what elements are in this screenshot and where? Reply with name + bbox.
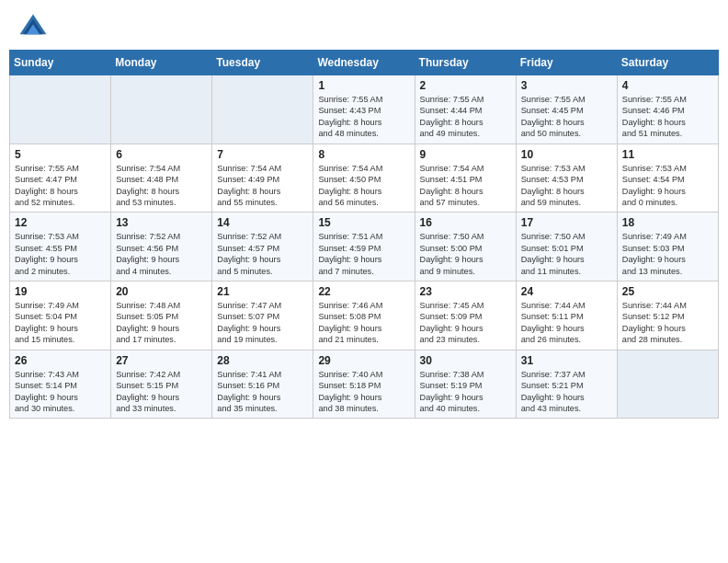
day-info: Sunrise: 7:54 AM Sunset: 4:49 PM Dayligh… xyxy=(217,163,308,209)
day-number: 29 xyxy=(318,354,409,367)
day-number: 6 xyxy=(116,148,207,161)
day-info: Sunrise: 7:54 AM Sunset: 4:48 PM Dayligh… xyxy=(116,163,207,209)
day-info: Sunrise: 7:52 AM Sunset: 4:57 PM Dayligh… xyxy=(217,231,308,277)
day-number: 25 xyxy=(622,285,713,298)
calendar-cell: 10Sunrise: 7:53 AM Sunset: 4:53 PM Dayli… xyxy=(516,144,617,213)
calendar: SundayMondayTuesdayWednesdayThursdayFrid… xyxy=(0,50,728,563)
calendar-cell xyxy=(617,350,718,419)
day-info: Sunrise: 7:55 AM Sunset: 4:44 PM Dayligh… xyxy=(420,94,511,140)
calendar-cell: 18Sunrise: 7:49 AM Sunset: 5:03 PM Dayli… xyxy=(617,213,718,282)
calendar-cell: 21Sunrise: 7:47 AM Sunset: 5:07 PM Dayli… xyxy=(212,282,313,350)
day-info: Sunrise: 7:49 AM Sunset: 5:04 PM Dayligh… xyxy=(15,300,106,346)
day-number: 5 xyxy=(15,148,106,161)
logo-icon xyxy=(17,11,50,44)
calendar-cell: 27Sunrise: 7:42 AM Sunset: 5:15 PM Dayli… xyxy=(111,350,212,419)
calendar-cell: 3Sunrise: 7:55 AM Sunset: 4:45 PM Daylig… xyxy=(516,75,617,144)
day-number: 27 xyxy=(116,354,207,367)
calendar-cell xyxy=(212,75,313,144)
col-header-wednesday: Wednesday xyxy=(313,51,415,75)
day-info: Sunrise: 7:54 AM Sunset: 4:50 PM Dayligh… xyxy=(318,163,409,209)
week-row-1: 5Sunrise: 7:55 AM Sunset: 4:47 PM Daylig… xyxy=(10,144,719,213)
day-info: Sunrise: 7:38 AM Sunset: 5:19 PM Dayligh… xyxy=(420,369,511,415)
calendar-cell: 29Sunrise: 7:40 AM Sunset: 5:18 PM Dayli… xyxy=(313,350,415,419)
day-info: Sunrise: 7:46 AM Sunset: 5:08 PM Dayligh… xyxy=(318,300,409,346)
calendar-cell: 2Sunrise: 7:55 AM Sunset: 4:44 PM Daylig… xyxy=(415,75,516,144)
day-info: Sunrise: 7:50 AM Sunset: 5:01 PM Dayligh… xyxy=(521,231,612,277)
day-number: 2 xyxy=(420,79,511,92)
day-number: 31 xyxy=(521,354,612,367)
calendar-cell: 13Sunrise: 7:52 AM Sunset: 4:56 PM Dayli… xyxy=(111,213,212,282)
calendar-cell xyxy=(111,75,212,144)
day-info: Sunrise: 7:52 AM Sunset: 4:56 PM Dayligh… xyxy=(116,231,207,277)
week-row-0: 1Sunrise: 7:55 AM Sunset: 4:43 PM Daylig… xyxy=(10,75,719,144)
calendar-cell: 31Sunrise: 7:37 AM Sunset: 5:21 PM Dayli… xyxy=(516,350,617,419)
col-header-monday: Monday xyxy=(111,51,212,75)
calendar-cell: 16Sunrise: 7:50 AM Sunset: 5:00 PM Dayli… xyxy=(415,213,516,282)
day-info: Sunrise: 7:55 AM Sunset: 4:47 PM Dayligh… xyxy=(15,163,106,209)
day-info: Sunrise: 7:41 AM Sunset: 5:16 PM Dayligh… xyxy=(217,369,308,415)
day-info: Sunrise: 7:51 AM Sunset: 4:59 PM Dayligh… xyxy=(318,231,409,277)
day-info: Sunrise: 7:54 AM Sunset: 4:51 PM Dayligh… xyxy=(420,163,511,209)
day-number: 28 xyxy=(217,354,308,367)
day-info: Sunrise: 7:55 AM Sunset: 4:43 PM Dayligh… xyxy=(318,94,409,140)
calendar-cell: 24Sunrise: 7:44 AM Sunset: 5:11 PM Dayli… xyxy=(516,282,617,350)
calendar-cell: 28Sunrise: 7:41 AM Sunset: 5:16 PM Dayli… xyxy=(212,350,313,419)
day-info: Sunrise: 7:44 AM Sunset: 5:11 PM Dayligh… xyxy=(521,300,612,346)
col-header-tuesday: Tuesday xyxy=(212,51,313,75)
calendar-cell: 26Sunrise: 7:43 AM Sunset: 5:14 PM Dayli… xyxy=(10,350,111,419)
calendar-cell: 4Sunrise: 7:55 AM Sunset: 4:46 PM Daylig… xyxy=(617,75,718,144)
day-info: Sunrise: 7:49 AM Sunset: 5:03 PM Dayligh… xyxy=(622,231,713,277)
calendar-header: SundayMondayTuesdayWednesdayThursdayFrid… xyxy=(10,51,719,75)
col-header-saturday: Saturday xyxy=(617,51,718,75)
calendar-cell: 25Sunrise: 7:44 AM Sunset: 5:12 PM Dayli… xyxy=(617,282,718,350)
day-number: 10 xyxy=(521,148,612,161)
day-number: 20 xyxy=(116,285,207,298)
day-info: Sunrise: 7:43 AM Sunset: 5:14 PM Dayligh… xyxy=(15,369,106,415)
day-number: 30 xyxy=(420,354,511,367)
day-number: 19 xyxy=(15,285,106,298)
day-info: Sunrise: 7:45 AM Sunset: 5:09 PM Dayligh… xyxy=(420,300,511,346)
day-number: 9 xyxy=(420,148,511,161)
calendar-cell: 20Sunrise: 7:48 AM Sunset: 5:05 PM Dayli… xyxy=(111,282,212,350)
day-number: 3 xyxy=(521,79,612,92)
day-info: Sunrise: 7:55 AM Sunset: 4:45 PM Dayligh… xyxy=(521,94,612,140)
calendar-cell: 14Sunrise: 7:52 AM Sunset: 4:57 PM Dayli… xyxy=(212,213,313,282)
day-number: 8 xyxy=(318,148,409,161)
logo xyxy=(17,11,53,44)
day-info: Sunrise: 7:37 AM Sunset: 5:21 PM Dayligh… xyxy=(521,369,612,415)
day-number: 11 xyxy=(622,148,713,161)
day-number: 7 xyxy=(217,148,308,161)
day-number: 17 xyxy=(521,216,612,229)
calendar-cell: 30Sunrise: 7:38 AM Sunset: 5:19 PM Dayli… xyxy=(415,350,516,419)
calendar-cell: 5Sunrise: 7:55 AM Sunset: 4:47 PM Daylig… xyxy=(10,144,111,213)
day-number: 14 xyxy=(217,216,308,229)
calendar-body: 1Sunrise: 7:55 AM Sunset: 4:43 PM Daylig… xyxy=(10,75,719,419)
calendar-cell xyxy=(10,75,111,144)
week-row-3: 19Sunrise: 7:49 AM Sunset: 5:04 PM Dayli… xyxy=(10,282,719,350)
day-number: 4 xyxy=(622,79,713,92)
calendar-cell: 22Sunrise: 7:46 AM Sunset: 5:08 PM Dayli… xyxy=(313,282,415,350)
week-row-2: 12Sunrise: 7:53 AM Sunset: 4:55 PM Dayli… xyxy=(10,213,719,282)
page: SundayMondayTuesdayWednesdayThursdayFrid… xyxy=(0,0,728,563)
day-number: 12 xyxy=(15,216,106,229)
day-number: 1 xyxy=(318,79,409,92)
day-number: 21 xyxy=(217,285,308,298)
day-info: Sunrise: 7:50 AM Sunset: 5:00 PM Dayligh… xyxy=(420,231,511,277)
col-header-sunday: Sunday xyxy=(10,51,111,75)
calendar-cell: 17Sunrise: 7:50 AM Sunset: 5:01 PM Dayli… xyxy=(516,213,617,282)
header-row: SundayMondayTuesdayWednesdayThursdayFrid… xyxy=(10,51,719,75)
calendar-cell: 15Sunrise: 7:51 AM Sunset: 4:59 PM Dayli… xyxy=(313,213,415,282)
day-number: 24 xyxy=(521,285,612,298)
calendar-cell: 23Sunrise: 7:45 AM Sunset: 5:09 PM Dayli… xyxy=(415,282,516,350)
day-info: Sunrise: 7:55 AM Sunset: 4:46 PM Dayligh… xyxy=(622,94,713,140)
calendar-cell: 19Sunrise: 7:49 AM Sunset: 5:04 PM Dayli… xyxy=(10,282,111,350)
day-info: Sunrise: 7:40 AM Sunset: 5:18 PM Dayligh… xyxy=(318,369,409,415)
header xyxy=(0,0,728,50)
day-number: 23 xyxy=(420,285,511,298)
calendar-cell: 8Sunrise: 7:54 AM Sunset: 4:50 PM Daylig… xyxy=(313,144,415,213)
calendar-cell: 11Sunrise: 7:53 AM Sunset: 4:54 PM Dayli… xyxy=(617,144,718,213)
day-number: 22 xyxy=(318,285,409,298)
day-info: Sunrise: 7:53 AM Sunset: 4:53 PM Dayligh… xyxy=(521,163,612,209)
day-number: 15 xyxy=(318,216,409,229)
day-info: Sunrise: 7:42 AM Sunset: 5:15 PM Dayligh… xyxy=(116,369,207,415)
